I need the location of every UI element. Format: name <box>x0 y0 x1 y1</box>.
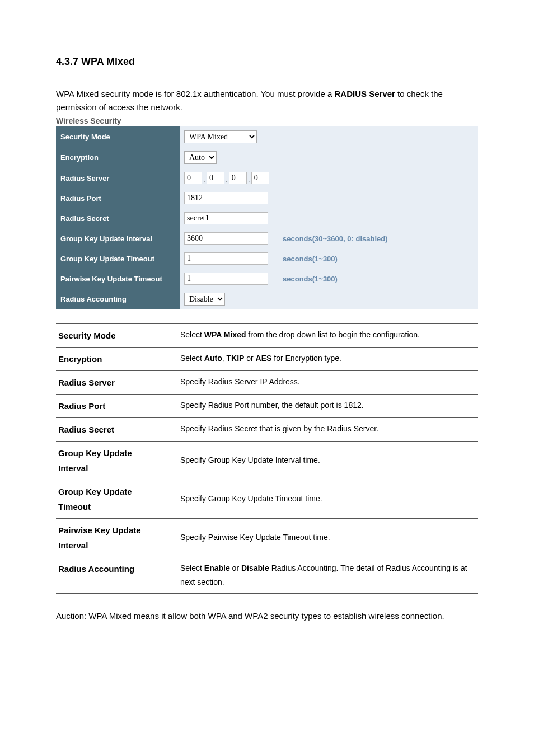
desc-radius-secret-text: Specify Radius Secret that is given by t… <box>178 418 478 442</box>
security-mode-row: Security Mode WPA Mixed <box>56 126 478 147</box>
desc-group-key-interval-label: Group Key UpdateInterval <box>56 442 178 480</box>
footer-note: Auction: WPA Mixed means it allow both W… <box>56 609 478 623</box>
security-mode-label: Security Mode <box>56 126 180 147</box>
radius-ip-octet-1[interactable] <box>184 172 202 184</box>
intro-text-1: WPA Mixed security mode is for 802.1x au… <box>56 89 334 98</box>
ip-dot: . <box>247 175 251 184</box>
radius-accounting-select[interactable]: Disable <box>184 293 225 306</box>
encryption-row: Encryption Auto <box>56 147 478 168</box>
desc-pairwise-row: Pairwise Key UpdateInterval Specify Pair… <box>56 519 478 557</box>
desc-radius-accounting-row: Radius Accounting Select Enable or Disab… <box>56 557 478 594</box>
ip-dot: . <box>224 175 229 184</box>
desc-radius-port-label: Radius Port <box>56 395 178 418</box>
description-table: Security Mode Select WPA Mixed from the … <box>56 323 478 594</box>
desc-radius-secret-label: Radius Secret <box>56 418 178 442</box>
desc-radius-accounting-text: Select Enable or Disable Radius Accounti… <box>178 557 478 594</box>
radius-port-input[interactable] <box>184 192 268 204</box>
intro-bold: RADIUS Server <box>334 89 395 98</box>
radius-secret-input[interactable] <box>184 212 268 224</box>
radius-accounting-label: Radius Accounting <box>56 289 180 309</box>
desc-encryption-label: Encryption <box>56 348 178 371</box>
radius-secret-row: Radius Secret <box>56 208 478 228</box>
desc-pairwise-label: Pairwise Key UpdateInterval <box>56 519 178 557</box>
section-heading: 4.3.7 WPA Mixed <box>56 56 478 68</box>
group-key-interval-hint: seconds(30~3600, 0: disabled) <box>278 228 478 248</box>
desc-radius-server-text: Specify Radius Server IP Address. <box>178 371 478 395</box>
wireless-security-table: Security Mode WPA Mixed Encryption Auto … <box>56 126 478 309</box>
desc-group-key-timeout-text: Specify Group Key Update Timeout time. <box>178 480 478 519</box>
encryption-select[interactable]: Auto <box>184 151 217 164</box>
pairwise-timeout-input[interactable] <box>184 273 268 285</box>
radius-port-row: Radius Port <box>56 188 478 208</box>
desc-group-key-interval-row: Group Key UpdateInterval Specify Group K… <box>56 442 478 480</box>
radius-server-label: Radius Server <box>56 168 180 188</box>
ip-dot: . <box>202 175 207 184</box>
desc-radius-server-row: Radius Server Specify Radius Server IP A… <box>56 371 478 395</box>
group-key-interval-label: Group Key Update Interval <box>56 228 180 248</box>
security-mode-select[interactable]: WPA Mixed <box>184 130 257 143</box>
group-key-timeout-row: Group Key Update Timeout seconds(1~300) <box>56 248 478 269</box>
group-key-timeout-hint: seconds(1~300) <box>278 248 478 269</box>
desc-security-mode-text: Select WPA Mixed from the drop down list… <box>178 324 478 348</box>
pairwise-timeout-row: Pairwise Key Update Timeout seconds(1~30… <box>56 269 478 289</box>
desc-group-key-interval-text: Specify Group Key Update Interval time. <box>178 442 478 480</box>
group-key-timeout-label: Group Key Update Timeout <box>56 248 180 269</box>
pairwise-timeout-label: Pairwise Key Update Timeout <box>56 269 180 289</box>
group-key-interval-row: Group Key Update Interval seconds(30~360… <box>56 228 478 248</box>
pairwise-timeout-hint: seconds(1~300) <box>278 269 478 289</box>
radius-ip-octet-2[interactable] <box>207 172 224 184</box>
desc-radius-port-row: Radius Port Specify Radius Port number, … <box>56 395 478 418</box>
intro-paragraph: WPA Mixed security mode is for 802.1x au… <box>56 87 478 114</box>
radius-ip-octet-3[interactable] <box>229 172 247 184</box>
desc-radius-port-text: Specify Radius Port number, the default … <box>178 395 478 418</box>
desc-security-mode-label: Security Mode <box>56 324 178 348</box>
desc-radius-secret-row: Radius Secret Specify Radius Secret that… <box>56 418 478 442</box>
radius-server-row: Radius Server ... <box>56 168 478 188</box>
radius-port-label: Radius Port <box>56 188 180 208</box>
radius-ip-octet-4[interactable] <box>251 172 269 184</box>
encryption-label: Encryption <box>56 147 180 168</box>
desc-group-key-timeout-label: Group Key UpdateTimeout <box>56 480 178 519</box>
desc-group-key-timeout-row: Group Key UpdateTimeout Specify Group Ke… <box>56 480 478 519</box>
desc-radius-accounting-label: Radius Accounting <box>56 557 178 594</box>
desc-security-mode-row: Security Mode Select WPA Mixed from the … <box>56 324 478 348</box>
desc-pairwise-text: Specify Pairwise Key Update Timeout time… <box>178 519 478 557</box>
wireless-security-title: Wireless Security <box>56 116 478 125</box>
group-key-timeout-input[interactable] <box>184 252 268 265</box>
group-key-interval-input[interactable] <box>184 232 268 245</box>
desc-radius-server-label: Radius Server <box>56 371 178 395</box>
radius-accounting-row: Radius Accounting Disable <box>56 289 478 309</box>
desc-encryption-row: Encryption Select Auto, TKIP or AES for … <box>56 348 478 371</box>
desc-encryption-text: Select Auto, TKIP or AES for Encryption … <box>178 348 478 371</box>
radius-secret-label: Radius Secret <box>56 208 180 228</box>
